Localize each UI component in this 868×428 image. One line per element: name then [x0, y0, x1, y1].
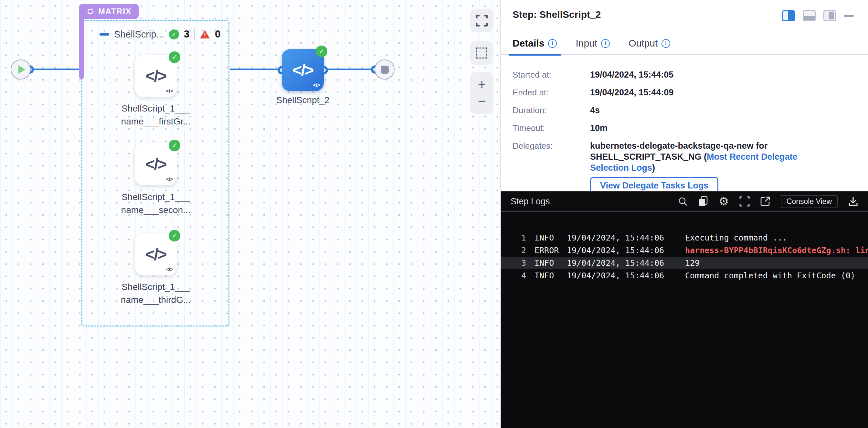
panel-tabs: Details i Input i Output i [501, 32, 868, 55]
pipeline-end-node[interactable] [375, 59, 395, 80]
shell-script-icon: </> [146, 155, 166, 174]
fullscreen-logs-icon[interactable] [739, 196, 750, 207]
delegates-value: kubernetes-delegate-backstage-qa-new for… [590, 140, 816, 173]
layout-bottom-view-icon[interactable] [803, 10, 816, 21]
detail-row-started: Started at: 19/04/2024, 15:44:05 [513, 69, 868, 80]
success-badge: ✓ [169, 230, 180, 242]
log-line-2[interactable]: 2 ERROR 19/04/2024, 15:44:06 harness-BYP… [501, 244, 868, 257]
detail-row-delegates: Delegates: kubernetes-delegate-backstage… [513, 140, 868, 173]
warning-triangle-icon [200, 30, 210, 39]
edge-start-to-matrix [29, 68, 82, 70]
tab-details[interactable]: Details i [513, 32, 557, 54]
step-logs-header: Step Logs ⚙ [501, 191, 868, 212]
error-script-link[interactable]: harness-BYPP4bBIRqisKCo6dteGZg.sh [685, 246, 846, 255]
shell-script-mini-icon: </> [166, 266, 173, 273]
matrix-step-node-2[interactable]: </> </> ✓ [135, 143, 177, 185]
failed-count: 0 [215, 28, 220, 40]
step-logs-panel: Step Logs ⚙ [501, 191, 868, 428]
matrix-title: ShellScrip... [114, 29, 164, 40]
info-icon[interactable]: i [661, 39, 670, 48]
log-line-1[interactable]: 1 INFO 19/04/2024, 15:44:06 Executing co… [501, 232, 868, 244]
detail-row-ended: Ended at: 19/04/2024, 15:44:09 [513, 87, 868, 98]
matrix-tag-label: MATRIX [98, 7, 131, 16]
selection-icon [476, 48, 487, 59]
loop-icon [86, 7, 95, 16]
details-section: Started at: 19/04/2024, 15:44:05 Ended a… [501, 55, 868, 194]
log-lines: 1 INFO 19/04/2024, 15:44:06 Executing co… [501, 212, 868, 282]
shell-script-mini-icon: </> [313, 82, 320, 89]
tab-input[interactable]: Input i [576, 32, 610, 54]
zoom-out-button[interactable]: − [478, 94, 486, 108]
step-node-label: ShellScript_2 [251, 93, 354, 107]
zoom-in-button[interactable]: + [478, 78, 486, 91]
stop-icon [381, 66, 389, 74]
matrix-header: ShellScrip... ✓ 3 0 [99, 28, 220, 40]
success-badge: ✓ [169, 140, 180, 151]
collapse-matrix-icon[interactable] [99, 33, 109, 36]
tab-output[interactable]: Output i [628, 32, 670, 54]
minimize-panel-icon[interactable] [844, 15, 854, 17]
detail-row-duration: Duration: 4s [513, 105, 868, 116]
play-icon [19, 65, 25, 74]
success-badge: ✓ [316, 45, 328, 57]
matrix-step-label-1: ShellScript_1___ name___firstGr... [104, 102, 208, 128]
fit-to-screen-button[interactable] [470, 9, 493, 32]
info-icon[interactable]: i [548, 39, 557, 48]
copy-icon[interactable] [698, 196, 708, 207]
log-line-4[interactable]: 4 INFO 19/04/2024, 15:44:06 Command comp… [501, 269, 868, 282]
matrix-step-node-1[interactable]: </> </> ✓ [135, 55, 177, 97]
matrix-group-strip [79, 14, 84, 79]
step-node-shellscript-2[interactable]: </> </> ✓ [282, 49, 324, 91]
step-logs-title: Step Logs [510, 196, 678, 207]
layout-minimized-view-icon[interactable] [824, 10, 836, 21]
success-badge: ✓ [169, 52, 180, 63]
open-in-new-tab-icon[interactable] [760, 196, 770, 207]
shell-script-icon: </> [146, 67, 166, 85]
matrix-step-label-3: ShellScript_1___ name___thirdG... [104, 281, 208, 306]
panel-header: Step: ShellScript_2 [501, 0, 868, 32]
shell-script-mini-icon: </> [166, 176, 173, 183]
matrix-tag: MATRIX [79, 4, 138, 19]
zoom-control: + − [470, 72, 493, 114]
panel-layout-controls [782, 10, 854, 21]
fullscreen-icon [476, 15, 488, 27]
error-message: harness-BYPP4bBIRqisKCo6dteGZg.sh: line [685, 246, 868, 255]
pipeline-start-node[interactable] [11, 59, 31, 80]
search-icon[interactable] [678, 196, 688, 206]
edge-matrix-to-step [230, 68, 282, 70]
console-view-button[interactable]: Console View [781, 195, 838, 208]
shell-script-mini-icon: </> [166, 88, 173, 94]
success-count-icon: ✓ [169, 29, 179, 39]
log-line-3[interactable]: 3 INFO 19/04/2024, 15:44:06 129 [501, 257, 868, 269]
pipeline-canvas[interactable]: MATRIX ShellScrip... ✓ 3 0 </> </> ✓ She… [0, 0, 500, 428]
shell-script-icon: </> [292, 61, 313, 80]
page-title: Step: ShellScript_2 [513, 9, 601, 20]
selection-tool-button[interactable] [470, 41, 493, 65]
success-count: 3 [184, 28, 189, 40]
matrix-step-label-2: ShellScript_1___ name___secon... [104, 191, 208, 217]
gear-icon[interactable]: ⚙ [719, 195, 729, 207]
divider [194, 28, 195, 40]
layout-right-view-icon[interactable] [782, 10, 795, 21]
shell-script-icon: </> [146, 245, 166, 264]
active-tab-underline [509, 54, 561, 56]
detail-row-timeout: Timeout: 10m [513, 123, 868, 133]
matrix-step-node-3[interactable]: </> </> ✓ [135, 234, 177, 275]
info-icon[interactable]: i [601, 39, 610, 48]
download-logs-icon[interactable] [848, 196, 858, 207]
edge-step-to-end [324, 68, 375, 70]
